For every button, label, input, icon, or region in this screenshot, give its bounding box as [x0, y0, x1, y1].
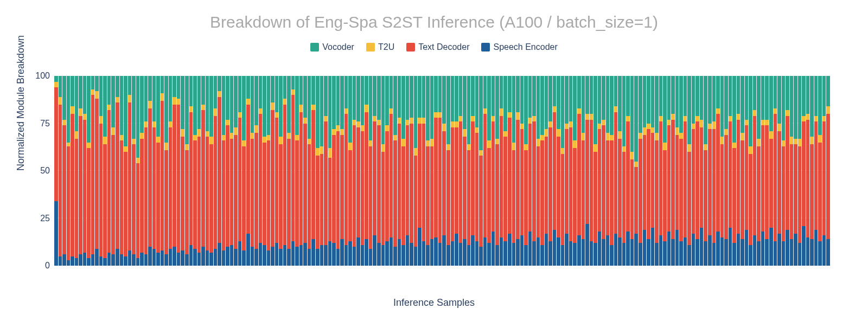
stacked-bar[interactable] — [148, 76, 152, 266]
stacked-bar[interactable] — [590, 76, 593, 266]
stacked-bar[interactable] — [295, 76, 299, 266]
stacked-bar[interactable] — [136, 76, 140, 266]
stacked-bar[interactable] — [712, 76, 716, 266]
stacked-bar[interactable] — [577, 76, 581, 266]
stacked-bar[interactable] — [508, 76, 512, 266]
stacked-bar[interactable] — [361, 76, 365, 266]
stacked-bar[interactable] — [103, 76, 107, 266]
stacked-bar[interactable] — [311, 76, 315, 266]
stacked-bar[interactable] — [62, 76, 66, 266]
stacked-bar[interactable] — [806, 76, 810, 266]
stacked-bar[interactable] — [234, 76, 238, 266]
stacked-bar[interactable] — [695, 76, 699, 266]
stacked-bar[interactable] — [197, 76, 201, 266]
stacked-bar[interactable] — [585, 76, 589, 266]
stacked-bar[interactable] — [495, 76, 499, 266]
stacked-bar[interactable] — [242, 76, 246, 266]
stacked-bar[interactable] — [83, 76, 87, 266]
stacked-bar[interactable] — [582, 76, 585, 266]
stacked-bar[interactable] — [128, 76, 132, 266]
stacked-bar[interactable] — [169, 76, 173, 266]
stacked-bar[interactable] — [761, 76, 765, 266]
stacked-bar[interactable] — [716, 76, 720, 266]
legend-item-t2u[interactable]: T2U — [366, 42, 394, 52]
stacked-bar[interactable] — [430, 76, 434, 266]
stacked-bar[interactable] — [185, 76, 189, 266]
stacked-bar[interactable] — [651, 76, 655, 266]
stacked-bar[interactable] — [328, 76, 332, 266]
stacked-bar[interactable] — [451, 76, 455, 266]
stacked-bar[interactable] — [173, 76, 176, 266]
stacked-bar[interactable] — [700, 76, 704, 266]
stacked-bar[interactable] — [156, 76, 160, 266]
stacked-bar[interactable] — [626, 76, 630, 266]
stacked-bar[interactable] — [79, 76, 82, 266]
stacked-bar[interactable] — [729, 76, 732, 266]
stacked-bar[interactable] — [455, 76, 458, 266]
stacked-bar[interactable] — [524, 76, 528, 266]
stacked-bar[interactable] — [593, 76, 597, 266]
stacked-bar[interactable] — [418, 76, 422, 266]
stacked-bar[interactable] — [107, 76, 111, 266]
stacked-bar[interactable] — [732, 76, 736, 266]
stacked-bar[interactable] — [745, 76, 749, 266]
stacked-bar[interactable] — [132, 76, 136, 266]
stacked-bar[interactable] — [475, 76, 479, 266]
stacked-bar[interactable] — [614, 76, 618, 266]
stacked-bar[interactable] — [390, 76, 393, 266]
stacked-bar[interactable] — [704, 76, 707, 266]
stacked-bar[interactable] — [401, 76, 405, 266]
stacked-bar[interactable] — [214, 76, 218, 266]
stacked-bar[interactable] — [537, 76, 540, 266]
stacked-bar[interactable] — [777, 76, 781, 266]
stacked-bar[interactable] — [161, 76, 164, 266]
stacked-bar[interactable] — [467, 76, 471, 266]
stacked-bar[interactable] — [381, 76, 385, 266]
stacked-bar[interactable] — [520, 76, 524, 266]
stacked-bar[interactable] — [181, 76, 184, 266]
stacked-bar[interactable] — [483, 76, 487, 266]
stacked-bar[interactable] — [414, 76, 418, 266]
stacked-bar[interactable] — [365, 76, 368, 266]
stacked-bar[interactable] — [238, 76, 242, 266]
stacked-bar[interactable] — [308, 76, 311, 266]
stacked-bar[interactable] — [275, 76, 279, 266]
stacked-bar[interactable] — [565, 76, 569, 266]
stacked-bar[interactable] — [643, 76, 647, 266]
stacked-bar[interactable] — [708, 76, 712, 266]
stacked-bar[interactable] — [618, 76, 622, 266]
legend-item-vocoder[interactable]: Vocoder — [310, 42, 354, 52]
legend-item-speechencoder[interactable]: Speech Encoder — [481, 42, 557, 52]
stacked-bar[interactable] — [610, 76, 614, 266]
stacked-bar[interactable] — [675, 76, 679, 266]
stacked-bar[interactable] — [634, 76, 638, 266]
stacked-bar[interactable] — [540, 76, 544, 266]
legend-item-textdecoder[interactable]: Text Decoder — [406, 42, 469, 52]
stacked-bar[interactable] — [639, 76, 642, 266]
stacked-bar[interactable] — [769, 76, 773, 266]
stacked-bar[interactable] — [765, 76, 769, 266]
stacked-bar[interactable] — [120, 76, 124, 266]
stacked-bar[interactable] — [663, 76, 667, 266]
stacked-bar[interactable] — [446, 76, 450, 266]
stacked-bar[interactable] — [283, 76, 287, 266]
stacked-bar[interactable] — [373, 76, 376, 266]
stacked-bar[interactable] — [152, 76, 156, 266]
stacked-bar[interactable] — [267, 76, 271, 266]
stacked-bar[interactable] — [316, 76, 320, 266]
stacked-bar[interactable] — [193, 76, 197, 266]
stacked-bar[interactable] — [790, 76, 794, 266]
stacked-bar[interactable] — [324, 76, 328, 266]
stacked-bar[interactable] — [545, 76, 548, 266]
stacked-bar[interactable] — [822, 76, 826, 266]
stacked-bar[interactable] — [259, 76, 263, 266]
stacked-bar[interactable] — [189, 76, 193, 266]
stacked-bar[interactable] — [684, 76, 687, 266]
stacked-bar[interactable] — [622, 76, 626, 266]
stacked-bar[interactable] — [774, 76, 777, 266]
stacked-bar[interactable] — [598, 76, 602, 266]
stacked-bar[interactable] — [814, 76, 818, 266]
stacked-bar[interactable] — [667, 76, 671, 266]
stacked-bar[interactable] — [124, 76, 127, 266]
stacked-bar[interactable] — [434, 76, 438, 266]
